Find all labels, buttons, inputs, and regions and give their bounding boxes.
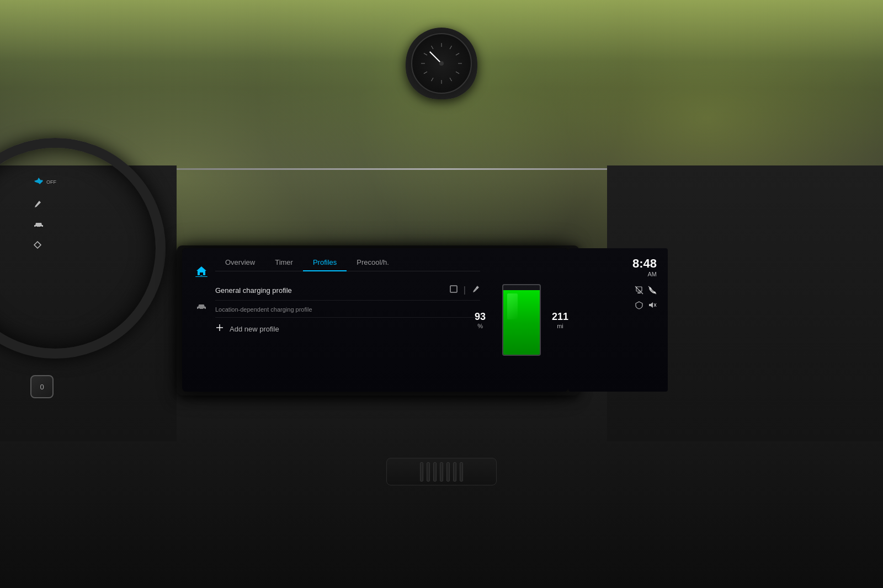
home-icon[interactable]	[195, 265, 208, 280]
profile-item-actions: |	[449, 285, 480, 296]
tab-timer[interactable]: Timer	[265, 254, 303, 271]
svg-point-14	[35, 226, 37, 228]
svg-rect-17	[195, 276, 208, 277]
speedometer-pod	[406, 28, 477, 99]
battery-display-area: 93 % 211 mi	[480, 254, 563, 386]
indicator-icons: OFF	[33, 177, 56, 249]
diamond-icon	[33, 240, 56, 249]
svg-line-7	[432, 78, 434, 81]
svg-rect-20	[450, 286, 457, 292]
svg-line-2	[456, 54, 459, 56]
time-value: 8:48	[632, 256, 657, 271]
screen-content: Overview Timer Profiles Precool/h. Gener…	[182, 248, 568, 392]
svg-line-1	[450, 46, 452, 49]
battery-shine	[507, 293, 518, 319]
zero-button-label: 0	[40, 383, 44, 391]
svg-rect-16	[200, 275, 203, 276]
notification-muted-icon	[635, 286, 643, 296]
location-profile-label: Location-dependent charging profile	[215, 306, 312, 313]
time-display: 8:48 AM	[632, 256, 657, 277]
battery-percent-value: 93	[475, 311, 486, 323]
svg-line-12	[430, 52, 442, 63]
traction-off-icon: OFF	[33, 177, 56, 188]
add-icon	[215, 323, 224, 334]
general-profile-item[interactable]: General charging profile |	[215, 280, 480, 301]
vent-slat-5	[446, 462, 450, 482]
svg-line-5	[450, 78, 452, 81]
dashboard: OFF P 0	[0, 0, 883, 588]
battery-miles-display: 211 mi	[552, 311, 568, 329]
vent-slat-3	[433, 462, 437, 482]
vent-slat-6	[453, 462, 456, 482]
vent-slat-2	[427, 462, 430, 482]
location-profile-item[interactable]: Location-dependent charging profile	[215, 301, 480, 318]
infotainment-screen: Overview Timer Profiles Precool/h. Gener…	[182, 248, 568, 392]
svg-rect-26	[637, 292, 641, 293]
checkbox-icon[interactable]	[449, 285, 458, 296]
add-profile-button[interactable]: Add new profile	[215, 318, 480, 340]
battery-visual	[502, 284, 541, 356]
car-silhouette-icon	[33, 221, 56, 228]
tab-overview[interactable]: Overview	[215, 254, 265, 271]
status-area: 8:48 AM	[568, 248, 668, 392]
edit-icon[interactable]	[471, 285, 480, 296]
tab-precool[interactable]: Precool/h.	[347, 254, 399, 271]
vent-slat-7	[460, 462, 463, 482]
status-icon-row-1	[635, 286, 657, 296]
battery-miles-unit: mi	[552, 323, 568, 329]
shield-icon	[635, 301, 643, 311]
add-profile-label: Add new profile	[230, 325, 279, 333]
svg-point-18	[198, 308, 200, 311]
svg-line-11	[432, 46, 434, 49]
battery-miles-value: 211	[552, 311, 568, 323]
phone-muted-icon	[648, 286, 657, 296]
speedometer-inner	[411, 33, 472, 94]
battery-percent-unit: %	[475, 323, 486, 329]
vent-slat-1	[420, 462, 423, 482]
svg-line-8	[424, 72, 427, 74]
divider-bar: |	[464, 285, 466, 295]
traction-off-label: OFF	[46, 179, 56, 185]
svg-point-13	[439, 61, 444, 66]
profile-list: General charging profile |	[215, 280, 480, 386]
battery-terminal	[516, 284, 527, 285]
speaker-muted-icon	[648, 301, 657, 311]
svg-point-19	[203, 308, 205, 311]
air-vent	[386, 458, 497, 485]
svg-line-4	[456, 72, 459, 74]
battery-fill	[503, 290, 540, 355]
vent-slat-4	[440, 462, 443, 482]
svg-point-15	[40, 226, 42, 228]
tab-profiles[interactable]: Profiles	[303, 254, 347, 271]
zero-button[interactable]: 0	[30, 375, 54, 398]
general-profile-label: General charging profile	[215, 286, 449, 295]
status-icon-row-2	[635, 301, 657, 311]
screen-main: Overview Timer Profiles Precool/h. Gener…	[215, 254, 480, 386]
car-nav-icon[interactable]	[195, 302, 208, 313]
time-ampm: AM	[632, 271, 657, 277]
svg-line-27	[648, 286, 656, 294]
pencil-icon	[33, 200, 56, 209]
battery-percent-display: 93 %	[475, 311, 486, 329]
svg-line-10	[424, 54, 427, 56]
tab-navigation: Overview Timer Profiles Precool/h.	[215, 254, 480, 271]
screen-sidebar	[188, 254, 215, 386]
status-icons	[635, 286, 657, 311]
